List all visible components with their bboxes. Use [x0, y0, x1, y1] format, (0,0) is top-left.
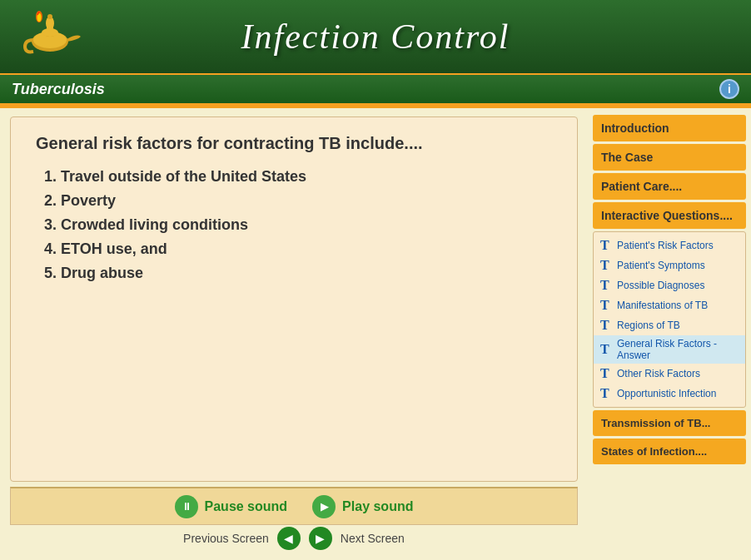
play-label: Play sound — [342, 499, 413, 514]
sidebar-introduction[interactable]: Introduction — [593, 115, 746, 141]
content-box: General risk factors for contracting TB … — [10, 116, 578, 482]
app-title: Infection Control — [92, 17, 659, 57]
sound-bar: ⏸ Pause sound ▶ Play sound — [10, 487, 578, 525]
sub-item-label-0: Patient's Risk Factors — [617, 240, 714, 251]
content-area: General risk factors for contracting TB … — [0, 108, 588, 560]
previous-button[interactable]: ◀ — [277, 527, 301, 550]
sidebar-sub-item-1[interactable]: TPatient's Symptoms — [594, 255, 745, 275]
pause-icon: ⏸ — [175, 495, 198, 518]
sub-item-label-7: Opportunistic Infection — [617, 388, 716, 399]
sidebar-sub-item-4[interactable]: TRegions of TB — [594, 315, 745, 335]
content-list: 1. Travel outside of the United States2.… — [36, 168, 552, 289]
pause-label: Pause sound — [205, 499, 288, 514]
sub-item-label-1: Patient's Symptoms — [617, 260, 705, 271]
t-icon-2: T — [600, 278, 614, 293]
previous-screen-label: Previous Screen — [183, 532, 269, 545]
interactive-questions-label: Interactive Questions.... — [601, 209, 733, 222]
content-heading: General risk factors for contracting TB … — [36, 134, 552, 153]
sidebar-sub-item-6[interactable]: TOther Risk Factors — [594, 364, 745, 384]
sidebar-patient-care[interactable]: Patient Care.... — [593, 173, 746, 200]
sub-item-label-3: Manifestations of TB — [617, 300, 708, 311]
t-icon-7: T — [600, 386, 614, 401]
subheader-bar: Tuberculosis i — [0, 73, 751, 103]
header: Infection Control — [0, 0, 751, 73]
t-icon-3: T — [600, 298, 614, 313]
t-icon-0: T — [600, 238, 614, 253]
t-icon-6: T — [600, 366, 614, 381]
bottom-nav: Previous Screen ◀ ▶ Next Screen — [10, 525, 578, 552]
sidebar-the-case[interactable]: The Case — [593, 144, 746, 171]
list-item: 2. Poverty — [36, 192, 552, 210]
pause-sound-button[interactable]: ⏸ Pause sound — [175, 495, 288, 518]
sidebar-states[interactable]: States of Infection.... — [593, 439, 746, 464]
logo — [17, 7, 92, 66]
list-item: 5. Drug abuse — [36, 265, 552, 282]
svg-point-9 — [47, 14, 52, 19]
sidebar-transmission[interactable]: Transmission of TB... — [593, 410, 746, 436]
sidebar: Introduction The Case Patient Care.... I… — [588, 108, 751, 560]
next-screen-label: Next Screen — [341, 532, 405, 545]
subheader-title: Tuberculosis — [12, 81, 105, 98]
sidebar-sub-item-3[interactable]: TManifestations of TB — [594, 295, 745, 315]
play-icon: ▶ — [312, 495, 336, 518]
sidebar-sub-item-7[interactable]: TOpportunistic Infection — [594, 384, 745, 404]
sidebar-sub-item-5[interactable]: TGeneral Risk Factors - Answer — [594, 335, 745, 364]
sidebar-sub-item-0[interactable]: TPatient's Risk Factors — [594, 235, 745, 255]
sub-item-label-6: Other Risk Factors — [617, 368, 700, 379]
t-icon-5: T — [600, 342, 614, 357]
sub-item-label-5: General Risk Factors - Answer — [617, 338, 739, 361]
sub-item-label-2: Possible Diagnoses — [617, 280, 704, 291]
sidebar-sub-item-2[interactable]: TPossible Diagnoses — [594, 275, 745, 295]
t-icon-4: T — [600, 318, 614, 333]
list-item: 1. Travel outside of the United States — [36, 168, 552, 186]
play-sound-button[interactable]: ▶ Play sound — [312, 495, 413, 518]
next-button[interactable]: ▶ — [309, 527, 332, 550]
main-layout: General risk factors for contracting TB … — [0, 108, 751, 560]
info-button[interactable]: i — [719, 79, 739, 99]
list-item: 3. Crowded living conditions — [36, 216, 552, 234]
list-item: 4. ETOH use, and — [36, 240, 552, 258]
sidebar-sub-items: TPatient's Risk FactorsTPatient's Sympto… — [593, 231, 746, 408]
sidebar-interactive-questions[interactable]: Interactive Questions.... — [593, 202, 746, 229]
t-icon-1: T — [600, 258, 614, 273]
sub-item-label-4: Regions of TB — [617, 320, 680, 331]
